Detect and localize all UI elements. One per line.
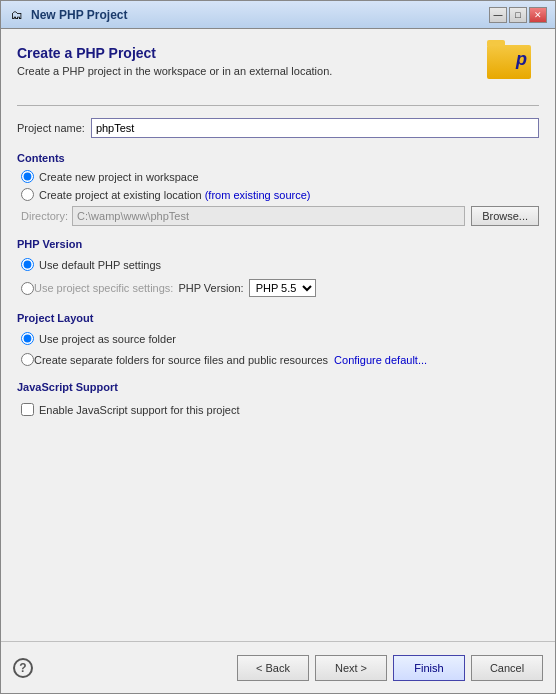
next-button[interactable]: Next >	[315, 655, 387, 681]
directory-label: Directory:	[21, 210, 68, 222]
window-controls: — □ ✕	[489, 7, 547, 23]
php-version-label: PHP Version:	[178, 282, 243, 294]
radio-existing-row: Create project at existing location (fro…	[17, 188, 539, 201]
js-support-checkbox-row: Enable JavaScript support for this proje…	[17, 403, 539, 416]
bottom-bar: ? < Back Next > Finish Cancel	[1, 641, 555, 693]
radio-default-php[interactable]	[21, 258, 34, 271]
cancel-button[interactable]: Cancel	[471, 655, 543, 681]
radio-separate-folders-row: Create separate folders for source files…	[17, 353, 539, 366]
js-support-section-title: JavaScript Support	[17, 381, 539, 393]
main-window: 🗂 New PHP Project — □ ✕ Create a PHP Pro…	[0, 0, 556, 694]
maximize-button[interactable]: □	[509, 7, 527, 23]
js-support-label: Enable JavaScript support for this proje…	[39, 404, 240, 416]
php-folder-icon: p	[487, 45, 539, 91]
finish-button[interactable]: Finish	[393, 655, 465, 681]
close-button[interactable]: ✕	[529, 7, 547, 23]
radio-specific-php-label: Use project specific settings:	[34, 282, 173, 294]
radio-workspace[interactable]	[21, 170, 34, 183]
project-layout-section-title: Project Layout	[17, 312, 539, 324]
configure-default-link[interactable]: Configure default...	[334, 354, 427, 366]
page-title: Create a PHP Project	[17, 45, 477, 61]
radio-separate-folders[interactable]	[21, 353, 34, 366]
window-title: New PHP Project	[31, 8, 489, 22]
php-version-section-title: PHP Version	[17, 238, 539, 250]
existing-link: (from existing source)	[205, 189, 311, 201]
radio-workspace-row: Create new project in workspace	[17, 170, 539, 183]
project-name-input[interactable]	[91, 118, 539, 138]
contents-section-title: Contents	[17, 152, 539, 164]
js-support-checkbox[interactable]	[21, 403, 34, 416]
radio-workspace-label: Create new project in workspace	[39, 171, 199, 183]
content-area: Create a PHP Project Create a PHP projec…	[1, 29, 555, 641]
radio-source-folder-label: Use project as source folder	[39, 333, 176, 345]
page-header: Create a PHP Project Create a PHP projec…	[17, 45, 539, 91]
window-icon: 🗂	[9, 7, 25, 23]
radio-source-folder-row: Use project as source folder	[17, 332, 539, 345]
browse-button[interactable]: Browse...	[471, 206, 539, 226]
radio-default-php-row: Use default PHP settings	[17, 258, 539, 271]
bottom-buttons: < Back Next > Finish Cancel	[237, 655, 543, 681]
directory-row: Directory: Browse...	[17, 206, 539, 226]
radio-existing[interactable]	[21, 188, 34, 201]
radio-specific-php-row: Use project specific settings: PHP Versi…	[17, 279, 539, 297]
radio-separate-folders-label: Create separate folders for source files…	[34, 354, 328, 366]
radio-specific-php[interactable]	[21, 282, 34, 295]
page-subtitle: Create a PHP project in the workspace or…	[17, 65, 477, 77]
radio-source-folder[interactable]	[21, 332, 34, 345]
minimize-button[interactable]: —	[489, 7, 507, 23]
back-button[interactable]: < Back	[237, 655, 309, 681]
header-divider	[17, 105, 539, 106]
radio-existing-label: Create project at existing location (fro…	[39, 189, 310, 201]
radio-default-php-label: Use default PHP settings	[39, 259, 161, 271]
php-version-select[interactable]: PHP 5.5 PHP 5.4 PHP 5.3	[249, 279, 316, 297]
directory-input	[72, 206, 465, 226]
project-name-label: Project name:	[17, 122, 85, 134]
project-name-row: Project name:	[17, 118, 539, 138]
title-bar: 🗂 New PHP Project — □ ✕	[1, 1, 555, 29]
page-header-text: Create a PHP Project Create a PHP projec…	[17, 45, 477, 77]
help-button[interactable]: ?	[13, 658, 33, 678]
